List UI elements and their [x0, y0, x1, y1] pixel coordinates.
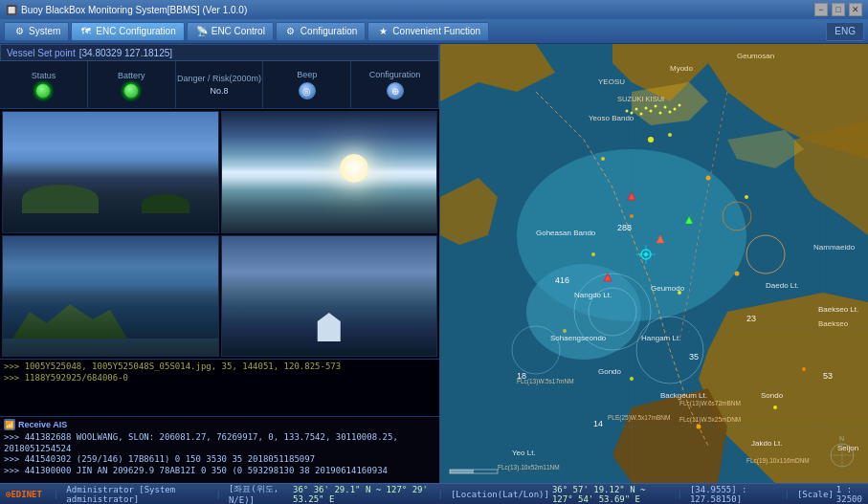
- svg-text:53: 53: [823, 371, 833, 381]
- status-indicator: [35, 83, 51, 99]
- position-label: [좌표(위도, N/E)]: [229, 483, 290, 504]
- status-cell-status: Status: [0, 61, 88, 108]
- admin-text: Administrator [System administrator]: [66, 485, 208, 504]
- svg-text:Daedo Lt.: Daedo Lt.: [766, 281, 799, 290]
- svg-text:Nangdo Lt.: Nangdo Lt.: [574, 291, 612, 299]
- nautical-chart-panel[interactable]: 288 416 35 18 23 53 14 Geumosan Myodo YE…: [440, 44, 868, 483]
- position-value: 36° 36' 29.1" N ~ 127° 29' 53.25" E: [293, 485, 431, 504]
- menu-enc-config[interactable]: 🗺 ENC Configuration: [71, 22, 184, 41]
- scale-value: 1 : 32500: [836, 485, 862, 504]
- config-header: Configuration: [369, 70, 421, 79]
- menu-system-label: System: [29, 26, 60, 36]
- svg-text:23: 23: [746, 314, 756, 323]
- svg-point-79: [635, 108, 638, 111]
- scale-info: [Scale] 1 : 32500: [797, 485, 862, 504]
- title-bar: 🔲 Buoy BlackBox Monitoring System[BBMS] …: [0, 0, 868, 19]
- svg-text:Gondo: Gondo: [598, 367, 622, 376]
- svg-text:288: 288: [617, 223, 632, 232]
- svg-point-81: [645, 107, 648, 110]
- menu-system[interactable]: ⚙ System: [4, 22, 69, 41]
- battery-header: Battery: [118, 71, 145, 80]
- camera-2[interactable]: [221, 111, 438, 233]
- svg-point-26: [735, 272, 740, 276]
- location-label: [Location(Lat/Lon)]: [451, 490, 549, 499]
- svg-text:FLc(19).10x116mDNM: FLc(19).10x116mDNM: [746, 457, 810, 465]
- svg-point-86: [669, 111, 672, 114]
- menu-configuration-label: Configuration: [300, 26, 357, 36]
- svg-point-31: [802, 367, 806, 371]
- svg-text:Yeoso Bando: Yeoso Bando: [589, 114, 634, 122]
- danger-header: Danger / Risk(2000m): [177, 74, 261, 83]
- status-cell-danger: Danger / Risk(2000m) No.8: [176, 61, 264, 108]
- svg-point-83: [655, 105, 657, 108]
- ais-area: 📶 Receive AIS >>> 441382688 WOOLWANG, SL…: [0, 416, 439, 483]
- svg-point-77: [626, 110, 629, 113]
- svg-point-82: [650, 110, 653, 113]
- svg-text:Baekseo Lt.: Baekseo Lt.: [818, 305, 858, 314]
- menu-convenient-label: Convenient Function: [392, 26, 480, 36]
- svg-point-22: [745, 195, 748, 199]
- svg-point-9: [526, 264, 641, 360]
- app-icon: 🔲: [6, 5, 17, 15]
- svg-point-19: [668, 133, 672, 137]
- nautical-chart-svg: 288 416 35 18 23 53 14 Geumosan Myodo YE…: [440, 44, 868, 483]
- vessel-coord-text: [34.9555] : 127.58150]: [690, 485, 777, 504]
- beep-icon[interactable]: ◎: [299, 82, 316, 99]
- svg-text:PLE(25)W.5x17mBNM: PLE(25)W.5x17mBNM: [608, 414, 670, 422]
- ais-line-3: >>> 441300000 JIN AN 209629.9 78AB12I 0 …: [4, 466, 435, 477]
- svg-point-87: [674, 108, 677, 111]
- svg-point-80: [640, 113, 643, 116]
- edinet-logo: ⊙EDINET: [6, 490, 42, 499]
- svg-text:Yeo Lt.: Yeo Lt.: [512, 449, 536, 457]
- svg-point-88: [679, 104, 681, 107]
- vessel-coord-info: [34.9555] : 127.58150]: [690, 485, 777, 504]
- menu-configuration[interactable]: ⚙ Configuration: [276, 22, 366, 41]
- enc-control-icon: 📡: [195, 25, 209, 38]
- console-area: >>> 1005Y525048, 1005Y525048S_05S014.jpg…: [0, 359, 439, 416]
- maximize-button[interactable]: □: [832, 3, 845, 16]
- svg-text:FLc(11)W.5x25mDNM: FLc(11)W.5x25mDNM: [679, 416, 741, 424]
- status-row: Status Battery Danger / Risk(2000m) No.8…: [0, 61, 439, 109]
- ais-icon: 📶: [4, 419, 15, 430]
- location-value: 36° 57' 19.12" N ~ 127° 54' 53.69" E: [552, 485, 670, 504]
- camera-3[interactable]: [2, 235, 219, 358]
- svg-text:Geumodo: Geumodo: [651, 284, 685, 293]
- camera-grid: [0, 109, 439, 359]
- chart-container[interactable]: 288 416 35 18 23 53 14 Geumosan Myodo YE…: [440, 44, 868, 483]
- ais-header: 📶 Receive AIS: [4, 419, 435, 430]
- main-content: Vessel Set point [34.80329 127.18125] St…: [0, 44, 868, 483]
- menu-bar: ⚙ System 🗺 ENC Configuration 📡 ENC Contr…: [0, 19, 868, 44]
- svg-text:Goheasan Bando: Goheasan Bando: [536, 229, 596, 237]
- menu-enc-config-label: ENC Configuration: [96, 26, 175, 36]
- svg-text:Backgeum Lt.: Backgeum Lt.: [660, 391, 707, 400]
- menu-enc-control[interactable]: 📡 ENC Control: [187, 22, 274, 41]
- close-button[interactable]: ✕: [849, 3, 862, 16]
- svg-text:N: N: [839, 435, 844, 442]
- config-icon[interactable]: ⊕: [387, 82, 404, 99]
- svg-point-20: [601, 157, 605, 161]
- svg-text:Hangam Lt.: Hangam Lt.: [641, 334, 680, 342]
- camera-1[interactable]: [2, 111, 219, 233]
- status-cell-config: Configuration ⊕: [351, 61, 439, 108]
- minimize-button[interactable]: −: [814, 3, 828, 16]
- location-info: [Location(Lat/Lon)] 36° 57' 19.12" N ~ 1…: [451, 485, 670, 504]
- status-cell-beep: Beep ◎: [263, 61, 351, 108]
- ais-line-2: >>> 441540302 (259/146) 17B8611) 0 150 3…: [4, 454, 435, 466]
- ais-label: Receive AIS: [18, 420, 67, 429]
- svg-text:Myodo: Myodo: [670, 64, 694, 73]
- svg-point-30: [773, 405, 777, 409]
- menu-convenient[interactable]: ★ Convenient Function: [367, 22, 489, 41]
- convenient-icon: ★: [376, 25, 389, 38]
- svg-text:Jakdo Lt.: Jakdo Lt.: [751, 439, 782, 448]
- window-controls[interactable]: − □ ✕: [814, 3, 862, 16]
- title-bar-content: 🔲 Buoy BlackBox Monitoring System[BBMS] …: [6, 5, 247, 15]
- console-line-2: >>> 1188Y592925/684006-0: [4, 373, 435, 384]
- svg-point-24: [591, 252, 595, 256]
- language-button[interactable]: ENG: [826, 22, 864, 41]
- left-panel: Vessel Set point [34.80329 127.18125] St…: [0, 44, 440, 483]
- camera-4[interactable]: [221, 235, 438, 358]
- svg-text:FLc(13).10x52m11NM: FLc(13).10x52m11NM: [498, 464, 560, 471]
- ais-line-1: >>> 441382688 WOOLWANG, SLON: 206081.27,…: [4, 432, 435, 454]
- status-bar: ⊙EDINET | Administrator [System administ…: [0, 483, 868, 504]
- svg-text:SUZUKI KISUI: SUZUKI KISUI: [617, 95, 664, 103]
